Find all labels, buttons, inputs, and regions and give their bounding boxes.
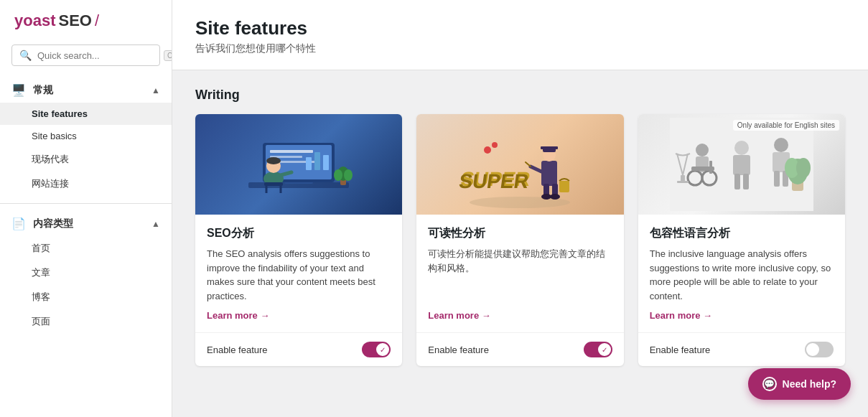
svg-rect-48 [743, 174, 749, 189]
chat-icon: 💬 [762, 377, 777, 391]
svg-rect-5 [270, 150, 313, 153]
card-desc-inclusive: The inclusive language analysis offers s… [650, 247, 834, 303]
card-title-readability: 可读性分析 [428, 226, 612, 241]
card-footer-inclusive: Enable feature [638, 332, 845, 366]
content-types-section-title: 内容类型 [33, 217, 73, 230]
logo-slash: / [95, 11, 99, 30]
chevron-up-icon-2: ▲ [151, 219, 160, 229]
svg-rect-9 [314, 152, 320, 170]
card-image-readability: SUPER SUPER [416, 114, 623, 215]
help-button-label: Need help? [783, 378, 836, 390]
svg-rect-28 [541, 146, 558, 149]
svg-line-30 [526, 162, 531, 167]
svg-point-20 [334, 169, 342, 181]
svg-rect-46 [733, 155, 750, 175]
learn-more-seo[interactable]: Learn more → [207, 310, 391, 321]
logo: yoast SEO / [0, 0, 172, 42]
svg-point-56 [796, 158, 811, 178]
card-image-seo [195, 114, 402, 215]
logo-yoast: yoast [14, 11, 55, 30]
sidebar-item-articles[interactable]: 文章 [0, 261, 172, 285]
svg-rect-25 [541, 161, 557, 186]
readability-illustration: SUPER SUPER [448, 118, 592, 211]
only-english-badge: Only available for English sites [733, 120, 839, 131]
search-input[interactable] [37, 50, 158, 61]
learn-more-readability[interactable]: Learn more → [428, 310, 612, 321]
svg-rect-15 [264, 182, 283, 186]
card-desc-readability: 可读性分析能提供建议帮助您完善文章的结构和风格。 [428, 247, 612, 303]
card-footer-readability: Enable feature ✓ [416, 332, 623, 366]
check-icon-readability: ✓ [602, 346, 607, 354]
card-title-inclusive: 包容性语言分析 [650, 226, 834, 241]
sidebar-item-blog[interactable]: 博客 [0, 285, 172, 309]
svg-rect-8 [306, 157, 312, 170]
svg-rect-60 [677, 181, 689, 183]
svg-rect-10 [323, 155, 329, 170]
search-icon: 🔍 [19, 50, 32, 61]
card-footer-seo: Enable feature ✓ [195, 332, 402, 366]
toggle-knob-readability: ✓ [598, 343, 611, 356]
chevron-up-icon: ▲ [151, 85, 160, 95]
feature-cards-grid: SEO分析 The SEO analysis offers suggestion… [195, 114, 845, 366]
svg-point-21 [344, 169, 353, 181]
search-shortcut: Ctrl+K [164, 50, 172, 61]
monitor-icon: 🖥️ [11, 83, 26, 97]
sidebar-section-general-header[interactable]: 🖥️ 常规 ▲ [0, 78, 172, 103]
writing-section-heading: Writing [195, 88, 845, 103]
main-content: Site features 告诉我们您想使用哪个特性 Writing [172, 0, 868, 417]
svg-point-39 [696, 144, 709, 156]
general-section-title: 常规 [33, 84, 53, 97]
card-body-inclusive: 包容性语言分析 The inclusive language analysis … [638, 215, 845, 332]
card-body-readability: 可读性分析 可读性分析能提供建议帮助您完善文章的结构和风格。 Learn mor… [416, 215, 623, 332]
sidebar-item-site-links[interactable]: 网站连接 [0, 172, 172, 196]
page-header: Site features 告诉我们您想使用哪个特性 [172, 0, 868, 70]
svg-point-45 [734, 141, 749, 155]
svg-text:SUPER: SUPER [458, 170, 531, 192]
card-body-seo: SEO分析 The SEO analysis offers suggestion… [195, 215, 402, 332]
page-title: Site features [195, 17, 845, 39]
content-section-header-left: 📄 内容类型 [11, 217, 73, 230]
sidebar-section-content-types-header[interactable]: 📄 内容类型 ▲ [0, 211, 172, 236]
sidebar-item-field-representation[interactable]: 现场代表 [0, 147, 172, 172]
svg-point-49 [774, 138, 788, 152]
card-seo-analysis: SEO分析 The SEO analysis offers suggestion… [195, 114, 402, 366]
svg-line-29 [531, 167, 541, 172]
check-icon-seo: ✓ [380, 346, 386, 354]
enable-label-seo: Enable feature [207, 345, 268, 355]
enable-label-readability: Enable feature [428, 345, 489, 355]
sidebar-divider [0, 203, 172, 204]
page-subtitle: 告诉我们您想使用哪个特性 [195, 42, 845, 55]
svg-point-36 [484, 146, 491, 154]
svg-rect-51 [774, 171, 780, 187]
sidebar-item-homepage[interactable]: 首页 [0, 236, 172, 261]
svg-rect-44 [709, 161, 712, 174]
toggle-readability[interactable]: ✓ [584, 342, 612, 357]
svg-point-33 [541, 194, 551, 200]
svg-rect-47 [734, 174, 740, 189]
card-readability: SUPER SUPER [416, 114, 623, 366]
sidebar: yoast SEO / 🔍 Ctrl+K 🖥️ 常规 ▲ Site featur… [0, 0, 172, 417]
svg-point-37 [492, 142, 498, 148]
enable-label-inclusive: Enable feature [650, 345, 711, 355]
logo-seo: SEO [58, 11, 91, 30]
inclusive-illustration [670, 118, 813, 211]
card-desc-seo: The SEO analysis offers suggestions to i… [207, 247, 391, 303]
toggle-seo[interactable]: ✓ [362, 342, 391, 357]
card-inclusive: Only available for English sites [638, 114, 845, 366]
document-icon: 📄 [11, 217, 26, 230]
sidebar-section-content-types: 📄 内容类型 ▲ 首页 文章 博客 页面 [0, 208, 172, 337]
toggle-inclusive[interactable] [805, 342, 834, 357]
learn-more-inclusive[interactable]: Learn more → [650, 310, 834, 321]
sidebar-item-site-features[interactable]: Site features [0, 103, 172, 125]
card-image-inclusive: Only available for English sites [638, 114, 845, 215]
toggle-knob-inclusive [806, 343, 819, 356]
search-bar[interactable]: 🔍 Ctrl+K [11, 44, 160, 66]
sidebar-item-page[interactable]: 页面 [0, 309, 172, 334]
seo-illustration [234, 118, 363, 211]
sidebar-item-site-basics[interactable]: Site basics [0, 125, 172, 147]
svg-point-13 [266, 157, 281, 164]
svg-rect-35 [559, 181, 569, 192]
section-header-left: 🖥️ 常规 [11, 83, 53, 97]
toggle-knob-seo: ✓ [376, 343, 389, 356]
help-button[interactable]: 💬 Need help? [748, 368, 851, 400]
